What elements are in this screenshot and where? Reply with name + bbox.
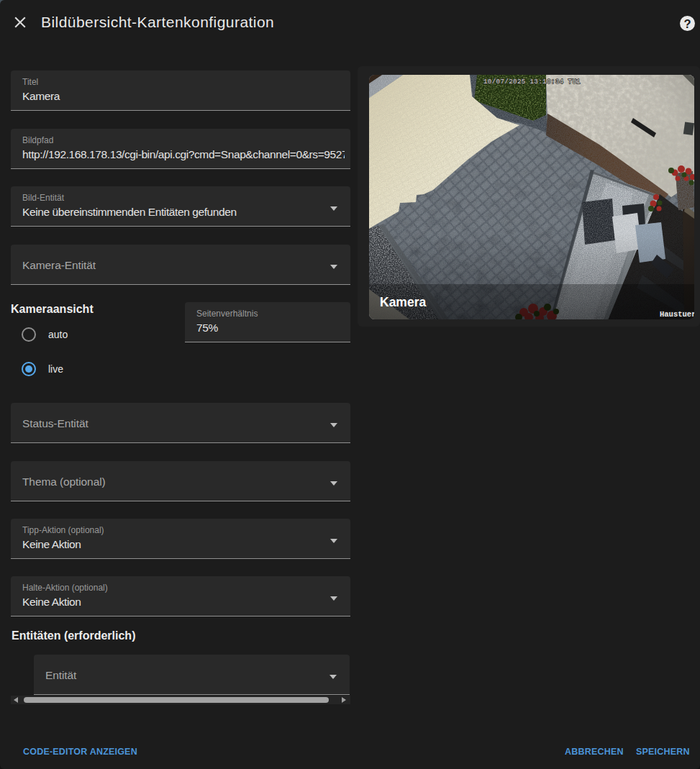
- svg-text:Haustuer: Haustuer: [660, 310, 694, 319]
- svg-text:10/07/2025 13:10:34 TU1: 10/07/2025 13:10:34 TU1: [483, 78, 581, 86]
- svg-text:Kamera: Kamera: [380, 295, 426, 309]
